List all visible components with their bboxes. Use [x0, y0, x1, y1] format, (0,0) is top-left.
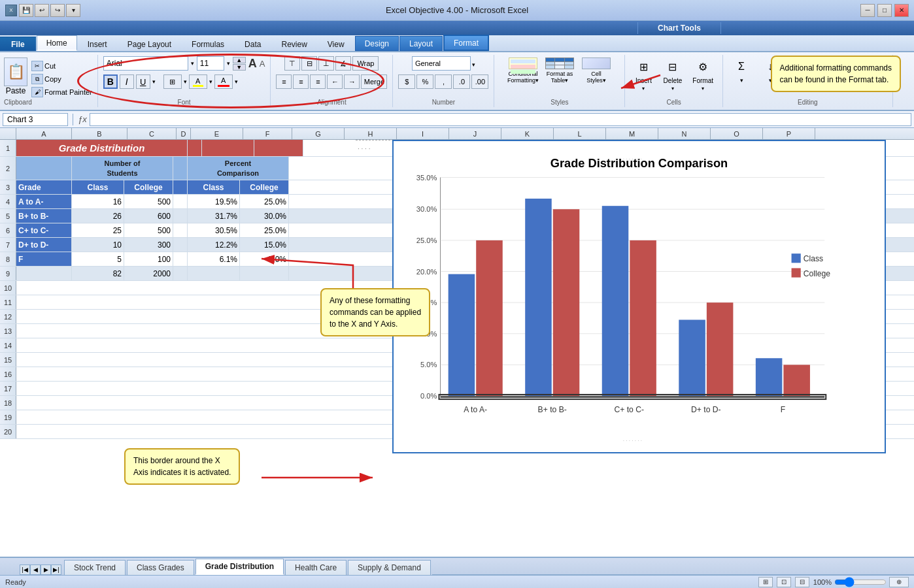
cell-b2[interactable]: Number of Students — [72, 157, 173, 180]
cell-e6[interactable]: 30.5% — [188, 223, 240, 237]
fill-color-button[interactable]: A — [189, 74, 207, 89]
cell-b7[interactable]: 10 — [72, 238, 124, 252]
zoom-button[interactable]: ⊕ — [889, 577, 909, 587]
chart-container[interactable]: Grade Distribution Comparison 0.0% 5.0% … — [392, 140, 886, 453]
cell-g5[interactable] — [289, 209, 341, 223]
font-size-box[interactable]: 11 — [197, 56, 224, 71]
col-header-p[interactable]: P — [763, 128, 815, 139]
cell-c7[interactable]: 300 — [124, 238, 173, 252]
sheet-nav-prev[interactable]: ◀ — [30, 564, 41, 575]
cell-a4[interactable]: A to A- — [16, 195, 72, 208]
italic-button[interactable]: I — [120, 74, 134, 89]
format-as-table-button[interactable]: Format asTable▾ — [543, 56, 576, 85]
cell-e3[interactable]: Class — [188, 180, 240, 194]
bold-button[interactable]: B — [103, 74, 118, 89]
underline-dropdown[interactable]: ▾ — [152, 78, 156, 85]
tab-data[interactable]: Data — [235, 37, 271, 51]
tab-home[interactable]: Home — [37, 35, 77, 51]
cell-c8[interactable]: 100 — [124, 252, 173, 266]
row-header-6[interactable]: 6 — [0, 223, 16, 237]
increase-indent-btn[interactable]: → — [344, 74, 360, 89]
cell-e7[interactable]: 12.2% — [188, 238, 240, 252]
tab-grade-distribution[interactable]: Grade Distribution — [195, 559, 284, 575]
row-header-20[interactable]: 20 — [0, 425, 16, 438]
sheet-nav-next[interactable]: ▶ — [41, 564, 51, 575]
cell-c6[interactable]: 500 — [124, 223, 173, 237]
zoom-slider[interactable] — [834, 578, 887, 586]
cell-g3[interactable] — [289, 180, 341, 194]
row-header-8[interactable]: 8 — [0, 252, 16, 266]
col-header-j[interactable]: J — [449, 128, 501, 139]
cell-g6[interactable] — [289, 223, 341, 237]
col-header-b[interactable]: B — [72, 128, 127, 139]
borders-dropdown[interactable]: ▾ — [184, 78, 187, 85]
shrink-font-btn[interactable]: A — [260, 59, 265, 69]
row-header-19[interactable]: 19 — [0, 410, 16, 424]
cell-f1[interactable] — [254, 140, 303, 156]
cell-d1[interactable] — [188, 140, 202, 156]
col-header-o[interactable]: O — [711, 128, 763, 139]
paste-button[interactable]: 📋 Paste — [4, 57, 27, 95]
cell-f9[interactable] — [240, 267, 289, 280]
cell-d3[interactable] — [173, 180, 188, 194]
cell-d9[interactable] — [173, 267, 188, 280]
conditional-formatting-button[interactable]: ConditionalFormatting▾ — [507, 56, 539, 85]
col-header-f[interactable]: F — [243, 128, 292, 139]
cut-button[interactable]: ✂Cut — [30, 60, 93, 72]
tab-class-grades[interactable]: Class Grades — [127, 560, 194, 575]
cell-g8[interactable] — [289, 252, 341, 266]
cell-f5[interactable]: 30.0% — [240, 209, 289, 223]
col-header-d[interactable]: D — [177, 128, 191, 139]
cell-a3[interactable]: Grade — [16, 180, 72, 194]
insert-cells-button[interactable]: ⊞ Insert ▾ — [630, 56, 656, 93]
page-layout-view-btn[interactable]: ⊡ — [777, 577, 791, 587]
align-left-btn[interactable]: ≡ — [276, 74, 292, 89]
cell-c9[interactable]: 2000 — [124, 267, 173, 280]
col-header-l[interactable]: L — [554, 128, 606, 139]
tab-health-care[interactable]: Health Care — [285, 560, 347, 575]
cell-styles-button[interactable]: CellStyles▾ — [580, 56, 613, 85]
delete-cells-button[interactable]: ⊟ Delete ▾ — [659, 56, 686, 93]
col-header-m[interactable]: M — [606, 128, 658, 139]
sheet-nav-last[interactable]: ▶| — [51, 564, 61, 575]
cell-b3[interactable]: Class — [72, 180, 124, 194]
cell-f8[interactable]: 5.0% — [240, 252, 289, 266]
cell-c4[interactable]: 500 — [124, 195, 173, 208]
page-break-view-btn[interactable]: ⊟ — [795, 577, 809, 587]
col-header-k[interactable]: K — [501, 128, 554, 139]
sum-button[interactable]: Σ ▾ — [728, 56, 754, 85]
font-color-button[interactable]: A — [214, 74, 233, 89]
row-header-9[interactable]: 9 — [0, 267, 16, 280]
cell-a9[interactable] — [16, 267, 72, 280]
comma-btn[interactable]: , — [435, 74, 452, 89]
cell-a2[interactable] — [16, 157, 72, 180]
tab-review[interactable]: Review — [271, 37, 316, 51]
cell-c3[interactable]: College — [124, 180, 173, 194]
quick-access-redo[interactable]: ↪ — [50, 4, 65, 17]
cell-g4[interactable] — [289, 195, 341, 208]
cell-b5[interactable]: 26 — [72, 209, 124, 223]
col-header-i[interactable]: I — [397, 128, 449, 139]
cell-a8[interactable]: F — [16, 252, 72, 266]
font-name-dropdown[interactable]: ▾ — [191, 60, 194, 67]
cell-d5[interactable] — [173, 209, 188, 223]
row-header-7[interactable]: 7 — [0, 238, 16, 252]
copy-button[interactable]: ⧉Copy — [30, 73, 93, 85]
cell-f7[interactable]: 15.0% — [240, 238, 289, 252]
wrap-text-btn[interactable]: Wrap — [352, 56, 379, 71]
format-painter-button[interactable]: 🖌Format Painter — [30, 86, 93, 98]
fill-color-dropdown[interactable]: ▾ — [209, 78, 212, 85]
row-header-11[interactable]: 11 — [0, 295, 16, 309]
increase-font-btn[interactable]: ▲ — [233, 57, 246, 63]
cell-a5[interactable]: B+ to B- — [16, 209, 72, 223]
sheet-nav-first[interactable]: |◀ — [20, 564, 30, 575]
currency-btn[interactable]: $ — [398, 74, 415, 89]
col-header-e[interactable]: E — [191, 128, 243, 139]
cell-g1[interactable] — [303, 140, 356, 156]
row-header-17[interactable]: 17 — [0, 382, 16, 395]
tab-view[interactable]: View — [318, 37, 354, 51]
col-header-c[interactable]: C — [127, 128, 177, 139]
align-right-btn[interactable]: ≡ — [310, 74, 326, 89]
grow-font-btn[interactable]: A — [248, 57, 257, 71]
cell-f6[interactable]: 25.0% — [240, 223, 289, 237]
